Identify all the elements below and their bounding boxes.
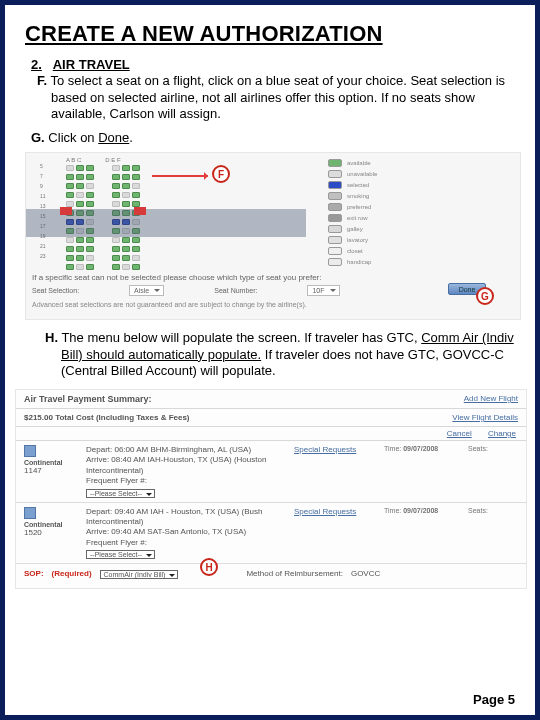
seat-selection-label: Seat Selection: xyxy=(32,287,79,294)
method-value: GOVCC xyxy=(351,569,380,578)
seat-cell[interactable] xyxy=(86,165,94,171)
section-header: 2. AIR TRAVEL xyxy=(31,57,517,73)
seat-cell[interactable] xyxy=(122,264,130,270)
seat-cell[interactable] xyxy=(112,174,120,180)
legend-swatch xyxy=(328,247,342,255)
ff-select[interactable]: --Please Select-- xyxy=(86,550,155,559)
seat-cell[interactable] xyxy=(132,264,140,270)
ff-select[interactable]: --Please Select-- xyxy=(86,489,155,498)
seat-cell[interactable] xyxy=(132,255,140,261)
seat-cell[interactable] xyxy=(66,174,74,180)
method-label: Method of Reimbursement: xyxy=(246,569,343,578)
seat-cell[interactable] xyxy=(76,237,84,243)
legend-swatch xyxy=(328,181,342,189)
flight-card: Continental1520Depart: 09:40 AM IAH - Ho… xyxy=(16,503,526,565)
seat-cell[interactable] xyxy=(66,192,74,198)
seat-cell[interactable] xyxy=(132,237,140,243)
seat-cell[interactable] xyxy=(86,192,94,198)
section-label: AIR TRAVEL xyxy=(53,57,130,72)
item-f: F. To select a seat on a flight, click o… xyxy=(37,73,517,122)
time-label: Time: 09/07/2008 xyxy=(384,445,464,452)
airline-logo-icon xyxy=(24,445,36,457)
seat-cell[interactable] xyxy=(86,246,94,252)
seat-cell[interactable] xyxy=(132,174,140,180)
special-requests-link[interactable]: Special Requests xyxy=(294,507,356,516)
seat-cell[interactable] xyxy=(66,255,74,261)
seat-cell[interactable] xyxy=(86,237,94,243)
seat-cell[interactable] xyxy=(66,237,74,243)
item-g-before: Click on xyxy=(48,130,98,145)
seat-cell[interactable] xyxy=(132,183,140,189)
seat-cell[interactable] xyxy=(66,246,74,252)
special-requests-link[interactable]: Special Requests xyxy=(294,445,356,454)
sop-dropdown[interactable]: CommAir (Indiv Bill) xyxy=(100,570,179,579)
payment-header: Air Travel Payment Summary: xyxy=(24,394,152,404)
seat-cell[interactable] xyxy=(86,264,94,270)
seat-cell[interactable] xyxy=(76,174,84,180)
seat-cell[interactable] xyxy=(112,264,120,270)
seat-cell[interactable] xyxy=(112,237,120,243)
legend-row: available xyxy=(328,159,448,167)
legend-label: unavailable xyxy=(347,171,377,177)
seat-cell[interactable] xyxy=(66,165,74,171)
seat-cell[interactable] xyxy=(122,237,130,243)
item-h-letter: H. xyxy=(45,330,58,345)
change-link[interactable]: Change xyxy=(488,429,516,438)
seat-cell[interactable] xyxy=(122,165,130,171)
seat-cell[interactable] xyxy=(132,246,140,252)
seat-cell[interactable] xyxy=(112,246,120,252)
seat-cell[interactable] xyxy=(132,192,140,198)
cancel-link[interactable]: Cancel xyxy=(447,429,472,438)
arrow-to-f xyxy=(152,175,208,177)
seat-selection-dropdown[interactable]: Aisle xyxy=(129,285,164,296)
sop-label: SOP: xyxy=(24,569,44,578)
airline-name: Continental xyxy=(24,521,82,528)
legend-label: lavatory xyxy=(347,237,368,243)
seat-cell[interactable] xyxy=(122,183,130,189)
seat-cell[interactable] xyxy=(86,174,94,180)
legend-swatch xyxy=(328,192,342,200)
seat-cell[interactable] xyxy=(112,183,120,189)
seat-cell[interactable] xyxy=(122,246,130,252)
legend-swatch xyxy=(328,214,342,222)
seat-cell[interactable] xyxy=(76,165,84,171)
legend-row: smoking xyxy=(328,192,448,200)
depart-line: Depart: 09:40 AM IAH - Houston, TX (USA)… xyxy=(86,507,290,528)
seat-cell[interactable] xyxy=(112,192,120,198)
legend-row: unavailable xyxy=(328,170,448,178)
item-f-letter: F. xyxy=(37,73,47,88)
seat-cell[interactable] xyxy=(86,255,94,261)
arrive-line: Arrive: 09:40 AM SAT-San Antonio, TX (US… xyxy=(86,527,290,537)
seat-cell[interactable] xyxy=(112,165,120,171)
legend-swatch xyxy=(328,203,342,211)
seat-cell[interactable] xyxy=(76,264,84,270)
seat-map: A B C D E F 57911131517192123 xyxy=(26,157,316,267)
seat-cell[interactable] xyxy=(132,165,140,171)
seat-cell[interactable] xyxy=(122,192,130,198)
item-g-done: Done xyxy=(98,130,129,145)
legend-label: smoking xyxy=(347,193,369,199)
add-new-flight-link[interactable]: Add New Flight xyxy=(464,394,518,404)
seat-number-dropdown[interactable]: 10F xyxy=(307,285,339,296)
depart-line: Depart: 06:00 AM BHM-Birmingham, AL (USA… xyxy=(86,445,290,455)
page-title: CREATE A NEW AUTHORIZATION xyxy=(25,21,517,47)
seat-cell[interactable] xyxy=(122,255,130,261)
seat-cell[interactable] xyxy=(76,192,84,198)
exit-row-mark xyxy=(26,207,316,215)
callout-h: H xyxy=(200,558,218,576)
legend-swatch xyxy=(328,159,342,167)
view-flight-details-link[interactable]: View Flight Details xyxy=(452,413,518,422)
seat-cell[interactable] xyxy=(76,246,84,252)
airline-logo-icon xyxy=(24,507,36,519)
page-number: Page 5 xyxy=(473,692,515,707)
seat-selection-figure: A B C D E F 57911131517192123 F availabl… xyxy=(25,152,521,320)
seat-cell[interactable] xyxy=(122,174,130,180)
seat-cell[interactable] xyxy=(112,255,120,261)
legend-swatch xyxy=(328,258,342,266)
seat-cell[interactable] xyxy=(66,264,74,270)
seat-cell[interactable] xyxy=(76,255,84,261)
seat-cell[interactable] xyxy=(76,183,84,189)
legend-row: handicap xyxy=(328,258,448,266)
seat-cell[interactable] xyxy=(86,183,94,189)
seat-cell[interactable] xyxy=(66,183,74,189)
